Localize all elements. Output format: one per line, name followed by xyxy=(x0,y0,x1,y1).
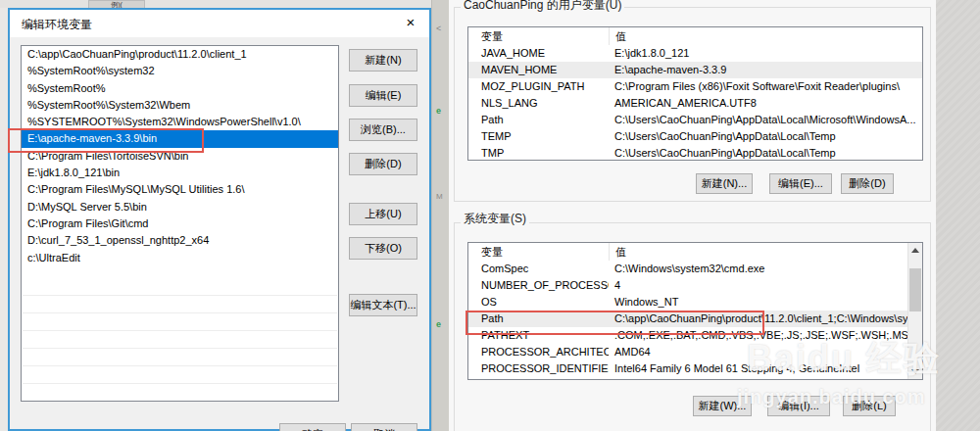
system-delete-button[interactable]: 删除(L) xyxy=(843,396,896,416)
browse-button[interactable]: 浏览(B)... xyxy=(349,119,417,141)
variable-name: TMP xyxy=(468,145,609,161)
list-item[interactable]: c:\UltraEdit xyxy=(22,250,338,266)
ok-button[interactable]: 确定 xyxy=(279,423,346,431)
table-row[interactable]: TMPC:\Users\CaoChuanPing\AppData\Local\T… xyxy=(468,145,922,161)
scrollbar[interactable] xyxy=(907,243,922,379)
variable-name: NUMBER_OF_PROCESSORS xyxy=(468,277,609,294)
list-item[interactable]: C:\app\CaoChuanPing\product\11.2.0\clien… xyxy=(22,46,338,63)
variable-name: MAVEN_HOME xyxy=(468,62,609,78)
background-squeezed-strip: < e M e xyxy=(431,0,450,431)
annotation-box-maven-bin xyxy=(8,128,204,153)
table-row[interactable]: NUMBER_OF_PROCESSORS4 xyxy=(468,277,908,294)
delete-button[interactable]: 删除(D) xyxy=(349,153,417,175)
user-new-button[interactable]: 新建(N)... xyxy=(696,173,753,194)
list-item[interactable]: C:\Program Files\MySQL\MySQL Utilities 1… xyxy=(22,181,338,198)
variable-name: MOZ_PLUGIN_PATH xyxy=(468,78,609,95)
table-row[interactable]: JAVA_HOMEE:\jdk1.8.0_121 xyxy=(468,45,922,62)
list-item[interactable]: %SystemRoot%\system32 xyxy=(22,63,338,79)
environment-variables-window: CaoChuanPing 的用户变量(U) 变量值JAVA_HOMEE:\jdk… xyxy=(449,0,936,431)
background-artifact: < xyxy=(436,24,441,33)
variable-value: AMERICAN_AMERICA.UTF8 xyxy=(609,95,922,112)
screenshot-root: 例)( < e M e 编辑环境变量 × C:\app\CaoChuanPing… xyxy=(0,0,980,431)
variable-value: C:\Program Files (x86)\Foxit Software\Fo… xyxy=(609,78,922,95)
dialog-titlebar[interactable]: 编辑环境变量 × xyxy=(10,10,429,37)
user-variables-table[interactable]: 变量值JAVA_HOMEE:\jdk1.8.0_121MAVEN_HOMEE:\… xyxy=(467,26,923,161)
variable-name: NLS_LANG xyxy=(468,95,609,112)
variable-value: AMD64 xyxy=(609,344,908,360)
table-row[interactable]: MAVEN_HOMEE:\apache-maven-3.3.9 xyxy=(468,62,922,78)
variable-value: C:\Users\CaoChuanPing\AppData\Local\Temp xyxy=(609,145,922,161)
desktop-background xyxy=(936,0,980,431)
cancel-button[interactable]: 取消 xyxy=(351,423,417,431)
table-row[interactable]: OSWindows_NT xyxy=(468,294,908,311)
variable-value: E:\apache-maven-3.3.9 xyxy=(609,62,922,78)
column-header[interactable]: 变量 xyxy=(468,27,609,45)
scroll-up-icon[interactable] xyxy=(908,243,922,258)
variable-name: TEMP xyxy=(468,128,609,145)
user-delete-button[interactable]: 删除(D) xyxy=(841,173,894,194)
variable-value: Intel64 Family 6 Model 61 Stepping 4, Ge… xyxy=(609,360,908,377)
table-row[interactable]: TEMPC:\Users\CaoChuanPing\AppData\Local\… xyxy=(468,128,922,145)
list-item[interactable]: D:\MySQL Server 5.5\bin xyxy=(22,199,338,216)
system-variables-label: 系统变量(S) xyxy=(461,211,529,227)
variable-value: Windows_NT xyxy=(609,294,908,311)
edit-env-variable-dialog: 编辑环境变量 × C:\app\CaoChuanPing\product\11.… xyxy=(8,8,431,431)
dialog-title: 编辑环境变量 xyxy=(22,17,92,33)
variable-name: JAVA_HOME xyxy=(468,45,609,62)
table-row[interactable]: PROCESSOR_ARCHITECT...AMD64 xyxy=(468,344,908,360)
edit-button[interactable]: 编辑(E) xyxy=(349,84,417,107)
column-header[interactable]: 值 xyxy=(609,27,922,45)
move-down-button[interactable]: 下移(O) xyxy=(349,237,417,260)
edit-text-button[interactable]: 编辑文本(T)... xyxy=(349,294,417,316)
table-row[interactable]: PathC:\Users\CaoChuanPing\AppData\Local\… xyxy=(468,112,922,128)
background-artifact: M xyxy=(436,192,443,201)
table-row[interactable]: ComSpecC:\Windows\system32\cmd.exe xyxy=(468,261,908,277)
column-header[interactable]: 值 xyxy=(609,243,908,261)
background-artifact: e xyxy=(436,106,441,116)
table-row[interactable]: NLS_LANGAMERICAN_AMERICA.UTF8 xyxy=(468,95,922,112)
system-new-button[interactable]: 新建(W)... xyxy=(693,396,752,416)
background-tab-fragment: 例)( xyxy=(88,0,145,8)
variable-name: PROCESSOR_IDENTIFIER xyxy=(468,360,609,377)
list-item[interactable]: %SystemRoot% xyxy=(22,80,338,97)
user-edit-button[interactable]: 编辑(E)... xyxy=(769,173,832,194)
variable-name: ComSpec xyxy=(468,261,609,277)
scrollbar-thumb[interactable] xyxy=(909,268,921,311)
variable-value: C:\Users\CaoChuanPing\AppData\Local\Micr… xyxy=(609,112,922,128)
close-icon[interactable]: × xyxy=(396,12,425,33)
variable-value: E:\jdk1.8.0_121 xyxy=(609,45,922,62)
new-button[interactable]: 新建(N) xyxy=(349,49,417,72)
variable-value: 4 xyxy=(609,277,908,294)
list-item[interactable]: C:\Program Files\Git\cmd xyxy=(22,216,338,232)
background-artifact: e xyxy=(436,319,441,329)
variable-value: C:\Users\CaoChuanPing\AppData\Local\Temp xyxy=(609,128,922,145)
system-edit-button[interactable]: 编辑(I)... xyxy=(767,396,830,416)
empty-rows xyxy=(23,278,337,402)
scroll-down-icon[interactable] xyxy=(908,364,922,379)
user-variables-label: CaoChuanPing 的用户变量(U) xyxy=(461,0,624,14)
annotation-box-system-path xyxy=(466,311,764,335)
column-header[interactable]: 变量 xyxy=(468,243,609,261)
list-item[interactable]: %SystemRoot%\System32\Wbem xyxy=(22,97,338,114)
list-item[interactable]: D:\curl_7_53_1_openssl_nghttp2_x64 xyxy=(22,232,338,249)
variable-name: PROCESSOR_ARCHITECT... xyxy=(468,344,609,360)
table-row[interactable]: MOZ_PLUGIN_PATHC:\Program Files (x86)\Fo… xyxy=(468,78,922,95)
path-list[interactable]: C:\app\CaoChuanPing\product\11.2.0\clien… xyxy=(21,45,339,402)
variable-name: OS xyxy=(468,294,609,311)
variable-name: Path xyxy=(468,112,609,128)
background-window-strip: 例)( xyxy=(0,0,431,8)
list-item[interactable]: E:\jdk1.8.0_121\bin xyxy=(22,165,338,181)
variable-value: C:\Windows\system32\cmd.exe xyxy=(609,261,908,277)
table-row[interactable]: PROCESSOR_IDENTIFIERIntel64 Family 6 Mod… xyxy=(468,360,908,377)
move-up-button[interactable]: 上移(U) xyxy=(349,203,417,225)
